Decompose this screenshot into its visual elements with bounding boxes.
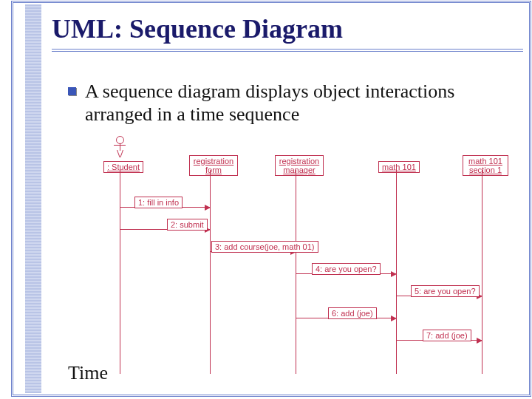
participant-registration-form: registration form bbox=[189, 155, 238, 176]
participant-math101-section1-l1: math 101 bbox=[468, 157, 502, 166]
participant-math101: math 101 bbox=[378, 161, 420, 173]
sequence-diagram: : Student registration form registration… bbox=[77, 137, 517, 374]
message-7: 7: add (joe) bbox=[423, 330, 471, 341]
message-6: 6: add (joe) bbox=[328, 307, 377, 319]
participant-math101-section1: math 101 section 1 bbox=[463, 155, 508, 176]
participant-student: : Student bbox=[103, 161, 143, 173]
participant-registration-manager-l2: manager bbox=[283, 166, 315, 174]
title-rule bbox=[52, 49, 523, 52]
message-1: 1: fill in info bbox=[134, 197, 183, 208]
message-4: 4: are you open? bbox=[312, 263, 381, 275]
title-block: UML: Sequence Diagram bbox=[52, 13, 523, 58]
lifeline-registration-form bbox=[210, 170, 211, 374]
bullet-text: A sequence diagram displays object inter… bbox=[85, 80, 517, 126]
lifeline-registration-manager bbox=[296, 170, 296, 374]
actor-icon bbox=[112, 136, 127, 160]
message-5: 5: are you open? bbox=[411, 285, 480, 297]
bullet-icon bbox=[68, 87, 76, 95]
bullet-row: A sequence diagram displays object inter… bbox=[68, 80, 517, 126]
participant-math101-section1-l2: section 1 bbox=[469, 166, 502, 174]
slide: UML: Sequence Diagram A sequence diagram… bbox=[0, 0, 532, 399]
participant-registration-manager: registration manager bbox=[275, 155, 324, 176]
message-2: 2: submit bbox=[167, 219, 208, 231]
participant-registration-form-l2: form bbox=[205, 166, 222, 174]
participant-registration-manager-l1: registration bbox=[279, 157, 319, 166]
participant-registration-form-l1: registration bbox=[194, 157, 233, 166]
page-title: UML: Sequence Diagram bbox=[52, 13, 523, 44]
left-stripe bbox=[25, 4, 41, 393]
message-3: 3: add course(joe, math 01) bbox=[211, 241, 318, 253]
lifeline-student bbox=[120, 170, 120, 374]
body-block: A sequence diagram displays object inter… bbox=[68, 80, 517, 126]
